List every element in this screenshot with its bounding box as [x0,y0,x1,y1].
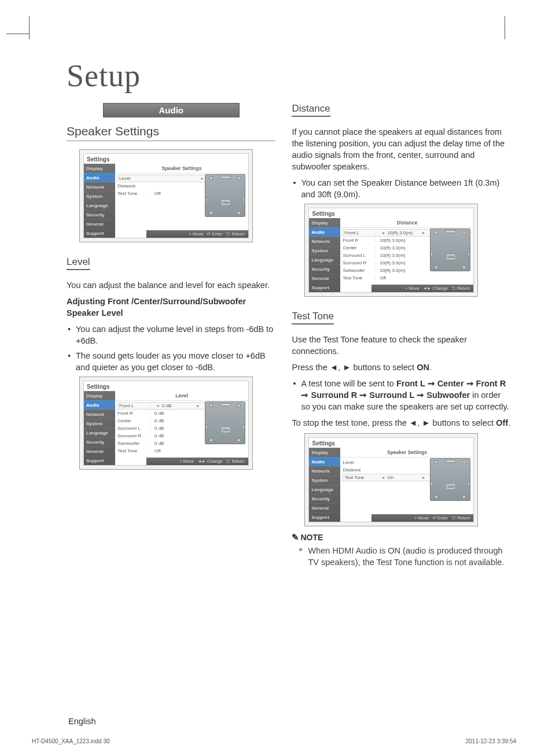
ui-header: Level [115,391,248,401]
settings-row: Front L:◄10(ft) 3.0(m)► [343,229,433,237]
sidebar-item: Network [84,182,115,191]
sidebar-item: Language [84,428,115,437]
ui-distance: Settings DisplayAudioNetworkSystemLangua… [304,204,478,297]
sidebar-item: Language [309,485,340,494]
level-intro: You can adjust the balance and level for… [67,279,275,291]
testtone-heading: Test Tone [292,311,333,324]
sidebar-item: Audio [309,227,340,237]
ui-testtone: Settings DisplayAudioNetworkSystemLangua… [304,433,478,526]
level-bullet-2: The sound gets louder as you move closer… [67,350,275,373]
sidebar-item: Display [84,164,115,173]
sidebar-item: Display [84,391,115,400]
footer-language: English [68,717,96,726]
ui-speaker-settings: Settings DisplayAudioNetworkSystemLangua… [79,149,253,242]
sidebar-item: System [309,475,340,485]
sidebar-item: System [84,419,115,428]
sidebar-item: Display [309,218,340,227]
sidebar-item: Language [309,255,340,264]
settings-row: Level► [117,175,208,182]
sidebar-item: Network [309,237,340,246]
note-item-1: When HDMI Audio is ON (audio is produced… [292,545,511,568]
sidebar-item: Support [84,456,115,465]
sidebar-item: System [84,191,115,201]
distance-p1: If you cannot place the speakers at equa… [292,126,511,172]
sidebar-item: Display [309,448,340,457]
ui-title: Settings [309,438,473,448]
ui-header: Speaker Settings [340,448,473,458]
distance-bullet-1: You can set the Speaker Distance between… [292,177,511,200]
pencil-icon: ✎ [292,532,299,542]
note-heading: ✎NOTE [292,532,511,543]
settings-row: Test Tone:Off [117,447,248,455]
testtone-p1: Use the Test Tone feature to check the s… [292,334,511,357]
sidebar-item: Audio [84,173,115,182]
distance-heading: Distance [292,103,330,117]
sidebar-item: Support [309,512,340,522]
testtone-p3: To stop the test tone, press the ◄, ► bu… [292,417,511,429]
level-bullet-1: You can adjust the volume level in steps… [67,323,275,346]
footer-date: 2011-12-23 3:39:54 [466,738,516,744]
sidebar-item: Audio [84,400,115,410]
sidebar-item: Language [84,201,115,210]
sidebar-item: System [309,246,340,255]
ui-title: Settings [84,381,248,391]
testtone-bullet-1: A test tone will be sent to Front L ➞ Ce… [292,378,511,412]
ui-title: Settings [309,208,473,218]
ui-title: Settings [84,154,248,164]
ui-level: Settings DisplayAudioNetworkSystemLangua… [79,377,253,470]
sidebar-item: Network [84,410,115,419]
level-heading: Level [67,256,90,270]
sidebar-item: Security [84,210,115,219]
page-title: Setup [67,58,517,94]
sidebar-item: General [84,219,115,228]
testtone-p2: Press the ◄, ► buttons to select ON. [292,362,511,373]
sidebar-item: Support [309,283,340,292]
sidebar-item: Security [309,494,340,503]
sidebar-item: General [309,274,340,283]
sidebar-item: General [84,447,115,456]
sidebar-item: Audio [309,457,340,466]
settings-row: Test Tone:◄On► [343,474,433,481]
ui-header: Distance [340,218,473,228]
audio-bar: Audio [103,103,240,117]
settings-row: Front L:◄0 dB► [117,402,208,410]
settings-row: Test Tone:Off [343,274,473,282]
ui-header: Speaker Settings [115,164,248,174]
sidebar-item: Support [84,228,115,238]
level-subhead: Adjusting Front /Center/Surround/Subwoof… [67,296,275,319]
footer-file: HT-D4500_XAA_1223.indd 30 [32,738,110,744]
speaker-settings-heading: Speaker Settings [67,124,275,141]
sidebar-item: General [309,503,340,512]
sidebar-item: Network [309,466,340,475]
sidebar-item: Security [309,264,340,274]
sidebar-item: Security [84,437,115,447]
